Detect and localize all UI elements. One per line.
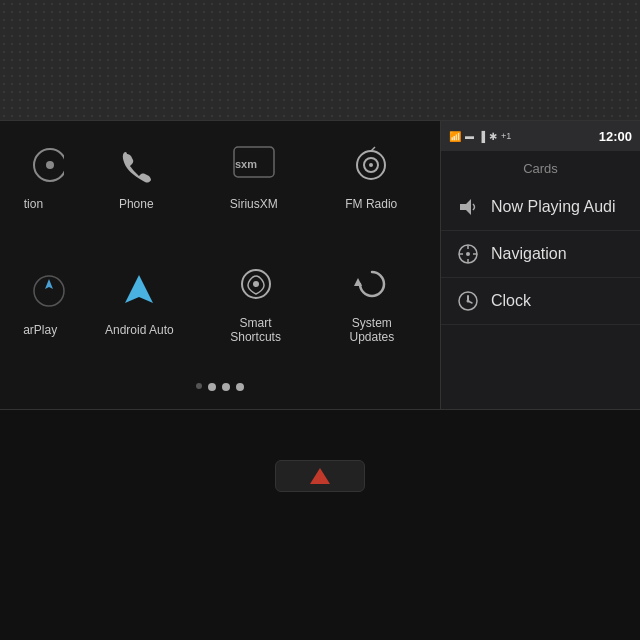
app-item-phone[interactable]: Phone — [91, 139, 181, 211]
battery-icon: ▬ — [465, 131, 474, 141]
svg-point-1 — [46, 161, 54, 169]
cards-panel: 📶 ▬ ▐ ✱ +1 12:00 Cards Now Playing Audi — [440, 121, 640, 409]
card-clock[interactable]: Clock — [441, 278, 640, 325]
svg-marker-11 — [354, 278, 362, 286]
svg-point-6 — [369, 163, 373, 167]
app-item-android-auto[interactable]: Android Auto — [94, 258, 184, 345]
system-updates-label: SystemUpdates — [350, 316, 395, 345]
signal-icon: ▐ — [478, 131, 485, 142]
svg-point-10 — [253, 281, 259, 287]
phone-label: Phone — [119, 197, 154, 211]
fm-radio-label: FM Radio — [345, 197, 397, 211]
navigation-partial-icon — [24, 139, 64, 191]
app-grid-panel: tion Phone sxm SiriusX — [0, 121, 440, 409]
status-bar: 📶 ▬ ▐ ✱ +1 12:00 — [441, 121, 640, 151]
now-playing-label: Now Playing Audi — [491, 198, 616, 216]
svg-point-22 — [467, 300, 470, 303]
app-item-carplay[interactable]: arPlay — [23, 258, 68, 345]
dot-4 — [236, 383, 244, 391]
svg-point-14 — [466, 252, 470, 256]
app-row-1: tion Phone sxm SiriusX — [0, 131, 440, 219]
grille-pattern — [0, 0, 640, 120]
cards-section-header: Cards — [441, 151, 640, 184]
app-item-system-updates[interactable]: SystemUpdates — [327, 258, 417, 345]
emergency-button[interactable] — [275, 460, 365, 492]
plus-one-icon: +1 — [501, 131, 511, 141]
emergency-triangle-icon — [310, 468, 330, 484]
android-auto-label: Android Auto — [105, 323, 174, 337]
carplay-label: arPlay — [23, 323, 57, 337]
android-auto-icon — [113, 265, 165, 317]
wifi-icon: 📶 — [449, 131, 461, 142]
bottom-panel — [0, 410, 640, 640]
app-row-2: arPlay Android Auto — [0, 250, 440, 353]
dot-3 — [222, 383, 230, 391]
svg-text:sxm: sxm — [235, 158, 257, 170]
card-navigation[interactable]: Navigation — [441, 231, 640, 278]
smart-shortcuts-icon — [230, 258, 282, 310]
app-item-siriusxm[interactable]: sxm SiriusXM — [209, 139, 299, 211]
clock-icon — [457, 290, 479, 312]
app-item-smart-shortcuts[interactable]: SmartShortcuts — [211, 258, 301, 345]
speaker-grille — [0, 0, 640, 120]
app-item-navigation-partial[interactable]: tion — [24, 139, 64, 211]
carplay-icon — [23, 265, 68, 317]
fm-radio-icon — [345, 139, 397, 191]
card-now-playing[interactable]: Now Playing Audi — [441, 184, 640, 231]
phone-icon — [110, 139, 162, 191]
status-icons: 📶 ▬ ▐ ✱ +1 — [449, 131, 511, 142]
app-item-fm-radio[interactable]: FM Radio — [326, 139, 416, 211]
bluetooth-icon: ✱ — [489, 131, 497, 142]
navigation-label: Navigation — [491, 245, 567, 263]
siriusxm-icon: sxm — [228, 139, 280, 191]
dot-2 — [208, 383, 216, 391]
compass-icon — [457, 243, 479, 265]
navigation-partial-label: tion — [24, 197, 43, 211]
system-updates-icon — [346, 258, 398, 310]
siriusxm-label: SiriusXM — [230, 197, 278, 211]
smart-shortcuts-label: SmartShortcuts — [230, 316, 281, 345]
main-screen: tion Phone sxm SiriusX — [0, 120, 640, 410]
page-dots — [196, 383, 244, 399]
svg-marker-12 — [460, 199, 471, 215]
dot-1 — [196, 383, 202, 389]
status-time: 12:00 — [599, 129, 632, 144]
clock-label: Clock — [491, 292, 531, 310]
speaker-icon — [457, 196, 479, 218]
